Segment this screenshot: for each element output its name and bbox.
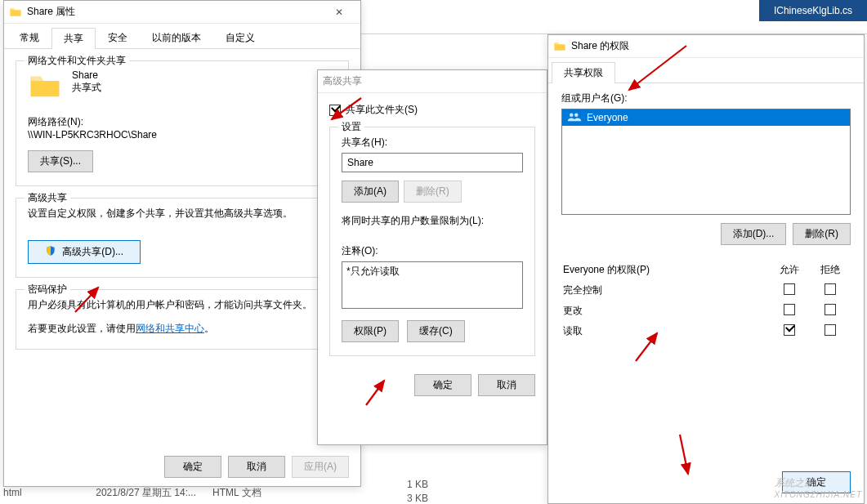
titlebar[interactable]: Share 的权限 bbox=[548, 35, 864, 58]
advanced-share-group: 高级共享 设置自定义权限，创建多个共享，并设置其他高级共享选项。 高级共享(D)… bbox=[16, 198, 349, 278]
folder-icon bbox=[553, 40, 566, 53]
tab-share-permissions[interactable]: 共享权限 bbox=[552, 62, 615, 83]
share-name-label: 共享名(H): bbox=[342, 136, 523, 149]
add-button[interactable]: 添加(A) bbox=[342, 181, 399, 203]
group-legend: 设置 bbox=[338, 120, 364, 134]
ok-button[interactable]: 确定 bbox=[782, 471, 851, 493]
tab-share[interactable]: 共享 bbox=[51, 28, 96, 49]
list-item-everyone[interactable]: Everyone bbox=[562, 109, 850, 126]
group-legend: 密码保护 bbox=[25, 283, 70, 297]
folder-icon bbox=[28, 69, 62, 104]
file-name: html bbox=[0, 487, 49, 498]
shield-icon bbox=[45, 245, 56, 256]
ok-button[interactable]: 确定 bbox=[414, 374, 471, 396]
tab-custom[interactable]: 自定义 bbox=[213, 27, 267, 48]
advanced-share-button[interactable]: 高级共享(D)... bbox=[28, 240, 141, 264]
file-type: HTML 文档 bbox=[212, 486, 261, 500]
tabstrip: 常规 共享 安全 以前的版本 自定义 bbox=[4, 24, 360, 49]
user-list[interactable]: Everyone bbox=[561, 109, 851, 215]
close-icon[interactable]: ✕ bbox=[323, 3, 355, 21]
network-center-link[interactable]: 网络和共享中心 bbox=[136, 323, 204, 334]
perm-header: Everyone 的权限(P) bbox=[561, 260, 769, 280]
list-item-label: Everyone bbox=[587, 112, 628, 123]
permissions-dialog: Share 的权限 共享权限 组或用户名(G): Everyone 添加(D).… bbox=[547, 34, 865, 504]
ok-button[interactable]: 确定 bbox=[164, 456, 221, 478]
group-legend: 高级共享 bbox=[25, 191, 70, 205]
vs-tab[interactable]: IChineseKlgLib.cs bbox=[759, 0, 867, 21]
remove-button[interactable]: 删除(R) bbox=[793, 223, 851, 245]
settings-group: 设置 共享名(H): Share 添加(A) 删除(R) 将同时共享的用户数量限… bbox=[329, 127, 535, 356]
tabstrip: 共享权限 bbox=[548, 58, 864, 83]
advanced-share-button-label: 高级共享(D)... bbox=[62, 246, 123, 257]
remove-button: 删除(R) bbox=[404, 181, 462, 203]
comment-textarea[interactable]: *只允许读取 bbox=[342, 261, 523, 309]
perm-row-read: 读取 bbox=[561, 321, 851, 341]
share-properties-dialog: Share 属性 ✕ 常规 共享 安全 以前的版本 自定义 网络文件和文件夹共享… bbox=[3, 0, 361, 487]
svg-point-1 bbox=[574, 114, 579, 118]
permissions-button[interactable]: 权限(P) bbox=[342, 320, 399, 342]
file-size-1: 1 KB bbox=[407, 479, 428, 490]
dialog-title: 高级共享 bbox=[323, 74, 542, 88]
dialog-title: Share 的权限 bbox=[571, 39, 859, 53]
tab-security[interactable]: 安全 bbox=[96, 27, 140, 48]
apply-button: 应用(A) bbox=[292, 456, 349, 478]
allow-header: 允许 bbox=[769, 260, 810, 280]
user-limit-label: 将同时共享的用户数量限制为(L): bbox=[342, 214, 523, 228]
advanced-sharing-dialog: 高级共享 共享此文件夹(S) 设置 共享名(H): Share 添加(A) 删除… bbox=[317, 69, 547, 445]
share-state: 共享式 bbox=[72, 81, 101, 95]
group-user-label: 组或用户名(G): bbox=[561, 91, 851, 105]
perm-row-full: 完全控制 bbox=[561, 280, 851, 301]
deny-header: 拒绝 bbox=[810, 260, 851, 280]
deny-full-checkbox[interactable] bbox=[825, 283, 836, 295]
share-folder-checkbox[interactable]: 共享此文件夹(S) bbox=[329, 103, 535, 117]
tab-general[interactable]: 常规 bbox=[7, 27, 51, 48]
group-icon bbox=[567, 112, 582, 123]
share-button[interactable]: 共享(S)... bbox=[28, 150, 93, 172]
network-share-group: 网络文件和文件夹共享 Share 共享式 网络路径(N): \\WIN-LP5K… bbox=[16, 60, 349, 186]
group-legend: 网络文件和文件夹共享 bbox=[25, 54, 129, 68]
network-path: \\WIN-LP5KRC3RHOC\Share bbox=[28, 129, 337, 140]
allow-read-checkbox[interactable] bbox=[784, 324, 795, 336]
advanced-desc: 设置自定义权限，创建多个共享，并设置其他高级共享选项。 bbox=[28, 207, 337, 221]
file-size-2: 3 KB bbox=[407, 493, 428, 504]
checkbox-icon bbox=[329, 105, 341, 116]
comment-label: 注释(O): bbox=[342, 244, 523, 258]
svg-point-0 bbox=[570, 114, 574, 118]
deny-read-checkbox[interactable] bbox=[825, 324, 836, 336]
checkbox-label: 共享此文件夹(S) bbox=[346, 103, 418, 117]
password-group: 密码保护 用户必须具有此计算机的用户帐户和密码，才能访问共享文件夹。 若要更改此… bbox=[16, 289, 349, 350]
titlebar[interactable]: 高级共享 bbox=[318, 70, 547, 93]
add-button[interactable]: 添加(D)... bbox=[721, 223, 787, 245]
allow-full-checkbox[interactable] bbox=[784, 283, 795, 295]
cancel-button[interactable]: 取消 bbox=[228, 456, 285, 478]
password-line1: 用户必须具有此计算机的用户帐户和密码，才能访问共享文件夹。 bbox=[28, 298, 337, 312]
network-path-label: 网络路径(N): bbox=[28, 115, 337, 129]
cancel-button[interactable]: 取消 bbox=[478, 374, 535, 396]
share-name-combo[interactable]: Share bbox=[342, 153, 523, 172]
deny-change-checkbox[interactable] bbox=[825, 304, 836, 315]
tab-previous-versions[interactable]: 以前的版本 bbox=[140, 27, 213, 48]
share-name: Share bbox=[72, 69, 101, 81]
dialog-title: Share 属性 bbox=[27, 5, 323, 19]
allow-change-checkbox[interactable] bbox=[784, 304, 795, 315]
cache-button[interactable]: 缓存(C) bbox=[407, 320, 465, 342]
titlebar[interactable]: Share 属性 ✕ bbox=[4, 1, 360, 24]
perm-row-change: 更改 bbox=[561, 301, 851, 321]
folder-icon bbox=[9, 6, 22, 19]
password-line2: 若要更改此设置，请使用网络和共享中心。 bbox=[28, 322, 337, 336]
file-date: 2021/8/27 星期五 14:... bbox=[49, 486, 212, 500]
permissions-table: Everyone 的权限(P) 允许 拒绝 完全控制 更改 读取 bbox=[561, 260, 851, 341]
